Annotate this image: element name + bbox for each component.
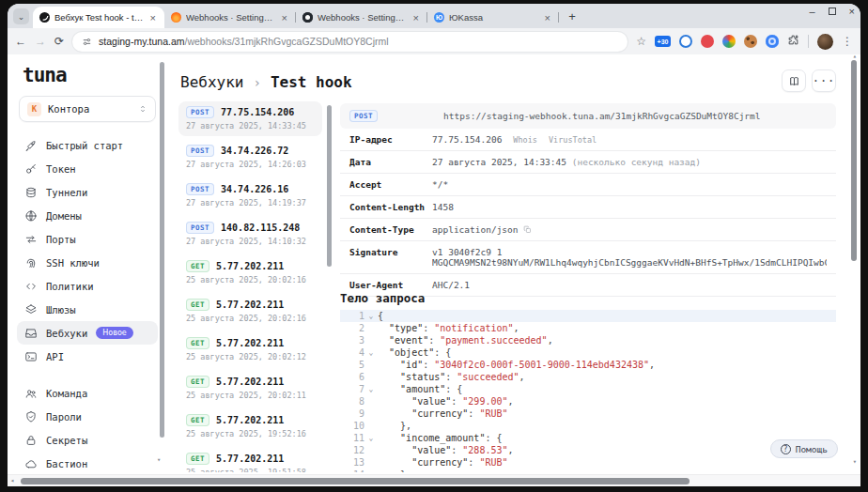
request-list-item[interactable]: GET 5.77.202.211 25 августа 2025, 20:02:…	[178, 371, 322, 406]
new-tab-button[interactable]: +	[563, 7, 581, 25]
more-actions-button[interactable]: ···	[812, 69, 836, 92]
breadcrumb-section[interactable]: Вебхуки	[180, 73, 243, 91]
profile-avatar[interactable]	[817, 34, 833, 50]
request-list-item[interactable]: POST 34.74.226.16 27 августа 2025, 14:19…	[178, 178, 322, 213]
code-line: 11 ⌄ "income_amount": {	[340, 432, 836, 444]
yookassa-favicon: Ю	[434, 12, 444, 23]
sidebar-item-shield[interactable]: Пароли	[17, 405, 158, 428]
extension-pinwheel-icon[interactable]	[722, 35, 736, 48]
code-line-number: 13	[340, 456, 364, 469]
code-line-content: "income_amount": {	[378, 432, 836, 444]
tunnel-icon	[24, 186, 38, 199]
app-page: tuna К Контора Быстрый старт Токен Тунне…	[8, 54, 860, 486]
code-fold-spacer	[364, 359, 378, 371]
request-list-item[interactable]: GET 5.77.202.211 25 августа 2025, 19:51:…	[178, 448, 322, 472]
tab-search-button[interactable]: ⌄	[13, 8, 29, 24]
detail-value: 27 августа 2025, 14:33:45 (несколько сек…	[432, 157, 701, 167]
extensions-puzzle-icon[interactable]	[787, 33, 799, 50]
request-ip: 34.74.226.16	[221, 184, 288, 194]
sidebar-item-globe[interactable]: Домены	[17, 204, 158, 227]
sidebar-item-fingerprint[interactable]: SSH ключи	[17, 251, 158, 274]
request-list-item[interactable]: POST 34.74.226.72 27 августа 2025, 14:26…	[178, 140, 322, 175]
sidebar-scrollbar[interactable]	[160, 62, 164, 438]
minimize-button[interactable]: –	[809, 7, 814, 16]
tab-close-icon[interactable]: ×	[543, 12, 552, 23]
request-list-item[interactable]: GET 5.77.202.211 25 августа 2025, 19:52:…	[178, 409, 322, 444]
request-ip: 34.74.226.72	[221, 146, 288, 156]
workspace-selector[interactable]: К Контора	[19, 96, 156, 122]
request-ip: 5.77.202.211	[216, 377, 284, 387]
code-fold-spacer	[364, 407, 378, 420]
code-fold-icon[interactable]: ⌄	[364, 310, 378, 322]
sidebar-scroll-down-icon[interactable]: ▾	[157, 456, 161, 464]
tab-close-icon[interactable]: ×	[280, 12, 289, 23]
copy-icon[interactable]	[523, 224, 532, 235]
extension-ring-icon[interactable]	[679, 35, 692, 48]
code-line-content: "id": "3040f2c0-000f-5001-9000-114ebd432…	[378, 359, 836, 371]
sidebar-item-terminal[interactable]: API	[17, 345, 158, 368]
extension-blue-icon[interactable]	[766, 35, 779, 48]
maximize-button[interactable]	[829, 8, 836, 15]
sidebar-item-key[interactable]: Токен	[17, 157, 158, 180]
code-fold-icon[interactable]: ⌄	[364, 383, 378, 395]
reload-button[interactable]: ⟳	[54, 35, 64, 48]
request-list-item[interactable]: GET 5.77.202.211 25 августа 2025, 20:02:…	[178, 332, 322, 367]
extension-badge-icon[interactable]: +30	[655, 36, 671, 47]
sidebar-item-cloud[interactable]: Бастион	[17, 452, 158, 472]
sidebar-item-label: Бастион	[46, 458, 87, 469]
forward-button[interactable]: →	[35, 35, 46, 48]
request-list-scrollbar[interactable]	[327, 105, 332, 267]
extension-adblock-icon[interactable]	[701, 35, 714, 48]
detail-link[interactable]: Whois	[513, 135, 537, 145]
sidebar-item-tunnel[interactable]: Туннели	[17, 180, 158, 204]
globe-icon	[24, 209, 38, 223]
sidebar-item-lock[interactable]: Секреты	[17, 428, 158, 452]
sidebar-item-ports[interactable]: Порты	[17, 227, 158, 251]
request-list-item[interactable]: GET 5.77.202.211 25 августа 2025, 20:02:…	[178, 294, 322, 329]
code-line-content: "amount": {	[378, 383, 836, 395]
sidebar-item-label: Токен	[46, 163, 76, 175]
browser-tab[interactable]: Webhooks · Settings · Yucc... ×	[164, 7, 296, 28]
code-fold-icon[interactable]: ⌄	[364, 346, 378, 359]
request-list-item[interactable]: GET 5.77.202.211 25 августа 2025, 20:02:…	[178, 255, 322, 290]
sidebar-item-code[interactable]: Политики	[17, 274, 158, 298]
browser-tab[interactable]: Ю ЮKassa ×	[427, 7, 559, 28]
detail-link[interactable]: VirusTotal	[549, 135, 597, 145]
address-bar[interactable]: staging-my.tuna.am/webhooks/31mjkRhGvgca…	[72, 32, 628, 52]
docs-button[interactable]	[782, 69, 806, 92]
page-vertical-scrollbar[interactable]	[851, 60, 857, 261]
sidebar-item-label: API	[46, 351, 64, 362]
browser-tab[interactable]: Webhooks · Settings · jidck... ×	[296, 7, 427, 28]
code-fold-icon[interactable]: ⌄	[364, 432, 378, 444]
request-list-item[interactable]: POST 77.75.154.206 27 августа 2025, 14:3…	[178, 101, 322, 136]
page-scroll-up-icon[interactable]: ▴	[853, 53, 857, 60]
request-ip: 5.77.202.211	[216, 338, 284, 348]
browser-menu-icon[interactable]: ⋮	[842, 35, 853, 48]
sidebar-item-layers[interactable]: Шлюзы	[17, 298, 158, 321]
sidebar-item-team[interactable]: Команда	[17, 381, 158, 405]
request-date: 27 августа 2025, 14:26:03	[186, 160, 315, 169]
request-date: 25 августа 2025, 19:51:58	[186, 468, 315, 472]
extension-cookie-icon[interactable]	[744, 35, 757, 48]
url-text: staging-my.tuna.am/webhooks/31mjkRhGvgca…	[99, 36, 389, 47]
horizontal-scrollbar-thumb[interactable]	[21, 478, 690, 484]
tab-title: Webhooks · Settings · jidck...	[318, 12, 407, 23]
help-button[interactable]: ? Помощь	[770, 439, 838, 458]
horizontal-scroll-left-icon[interactable]: ◂	[10, 477, 14, 484]
sidebar-item-inbox[interactable]: Вебхуки Новое	[17, 321, 158, 345]
request-ip: 77.75.154.206	[221, 107, 294, 117]
request-date: 25 августа 2025, 20:02:12	[186, 352, 315, 361]
bookmark-star-icon[interactable]: ☆	[636, 35, 646, 48]
breadcrumb-separator: ›	[253, 75, 260, 90]
request-ip: 140.82.115.248	[221, 223, 300, 233]
page-scroll-down-icon[interactable]: ▾	[853, 458, 857, 466]
request-list-item[interactable]: POST 140.82.115.248 27 августа 2025, 14:…	[178, 217, 322, 252]
tab-close-icon[interactable]: ×	[148, 12, 158, 23]
tab-close-icon[interactable]: ×	[411, 12, 421, 23]
code-line-number: 8	[340, 395, 364, 407]
site-settings-icon	[82, 37, 92, 47]
browser-tab[interactable]: Вебхук Test hook - tuna ×	[33, 7, 164, 28]
close-window-button[interactable]: ×	[849, 7, 855, 16]
back-button[interactable]: ←	[15, 35, 26, 48]
sidebar-item-rocket[interactable]: Быстрый старт	[17, 133, 158, 157]
